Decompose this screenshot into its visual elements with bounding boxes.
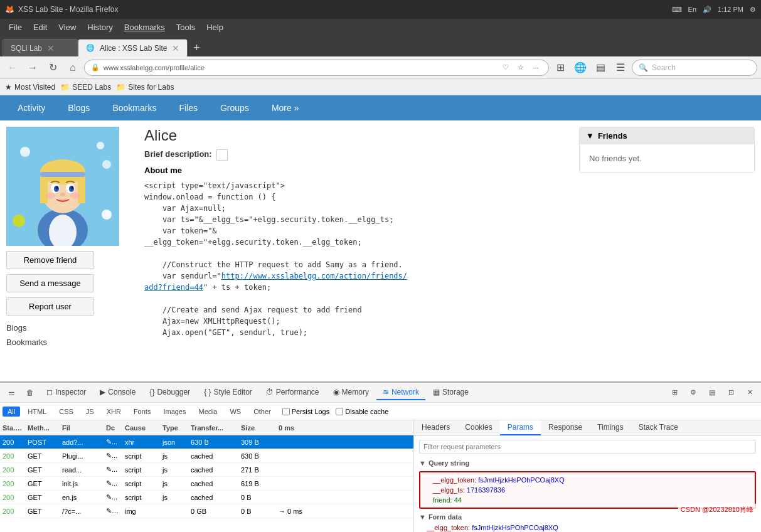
bookmark-seed-labs[interactable]: 📁 SEED Labs xyxy=(60,83,111,92)
home-button[interactable]: ⌂ xyxy=(64,59,82,77)
inspector-label: Inspector xyxy=(55,388,86,396)
panel-tab-response[interactable]: Response xyxy=(541,420,590,435)
menu-history[interactable]: History xyxy=(82,21,117,33)
panel-tab-timings[interactable]: Timings xyxy=(590,420,631,435)
disable-cache-input[interactable] xyxy=(336,408,343,415)
menu-button[interactable]: ☰ xyxy=(612,59,629,77)
bookmark-sites-for-labs[interactable]: 📁 Sites for Labs xyxy=(116,83,174,92)
url-bar[interactable]: 🔒 www.xsslabelgg.com/profile/alice ♡ ☆ ·… xyxy=(84,60,549,76)
devtools-responsive[interactable]: ⊞ xyxy=(666,384,683,402)
window-title: XSS Lab Site - Mozilla Firefox xyxy=(18,5,118,14)
panel-tab-cookies[interactable]: Cookies xyxy=(457,420,499,435)
devtools-expand[interactable]: ⊡ xyxy=(722,384,740,402)
menu-file[interactable]: File xyxy=(4,21,27,33)
filter-fonts[interactable]: Fonts xyxy=(129,407,156,417)
devtools-toggle[interactable]: ⚌ xyxy=(3,384,20,402)
row4-dc: ✎... xyxy=(104,479,122,487)
bookmark-url-icon[interactable]: ♡ xyxy=(499,61,512,74)
tab-sqli[interactable]: SQLi Lab ✕ xyxy=(3,39,78,56)
menu-view[interactable]: View xyxy=(53,21,81,33)
filter-html[interactable]: HTML xyxy=(23,407,51,417)
form-key-1: __elgg_token xyxy=(427,524,468,531)
sitenav-more[interactable]: More » xyxy=(267,103,304,113)
devtools-tab-performance[interactable]: ⏱ Performance xyxy=(260,385,326,400)
friends-header: ▼ Friends xyxy=(580,127,754,144)
tab-xss-close[interactable]: ✕ xyxy=(172,43,179,53)
new-tab-button[interactable]: + xyxy=(188,39,205,56)
report-user-button[interactable]: Report user xyxy=(6,297,94,316)
row3-transfer: cached xyxy=(188,466,238,474)
devtools-tab-storage[interactable]: ▦ Storage xyxy=(427,385,475,400)
network-row-1[interactable]: 200 POST add?... ✎... xhr json 630 B 309… xyxy=(0,435,413,449)
disable-cache-checkbox[interactable]: Disable cache xyxy=(336,408,388,415)
send-message-button[interactable]: Send a message xyxy=(6,274,94,292)
edit-icon[interactable] xyxy=(216,149,228,161)
panel-tab-stack-trace[interactable]: Stack Trace xyxy=(631,420,686,435)
col-header-dc: Dc xyxy=(104,424,122,432)
menu-tools[interactable]: Tools xyxy=(171,21,200,33)
devtools-settings-btn[interactable]: ⚙ xyxy=(684,384,702,402)
shield-url-icon[interactable]: ☆ xyxy=(514,61,527,74)
row3-method: GET xyxy=(25,466,60,474)
filter-images[interactable]: Images xyxy=(158,407,191,417)
network-row-2[interactable]: 200 GET Plugi... ✎... script js cached 6… xyxy=(0,449,413,463)
friends-title: Friends xyxy=(598,131,627,141)
row3-size: 271 B xyxy=(238,466,276,474)
network-row-6[interactable]: 200 GET /?c=... ✎1... img 0 GB 0 B → 0 m… xyxy=(0,504,413,518)
sitenav-blogs[interactable]: Blogs xyxy=(63,103,95,113)
tab-sqli-close[interactable]: ✕ xyxy=(47,43,55,53)
devtools-tab-style-editor[interactable]: { } Style Editor xyxy=(198,385,258,400)
filter-all[interactable]: All xyxy=(3,407,20,417)
sendurl-link[interactable]: http://www.xsslabelgg.com/action/friends… xyxy=(221,272,407,280)
tab-xss[interactable]: 🌐 Alice : XSS Lab Site ✕ xyxy=(78,39,188,56)
profile-blogs-link[interactable]: Blogs xyxy=(6,323,132,332)
sitenav-files[interactable]: Files xyxy=(174,103,203,113)
filter-css[interactable]: CSS xyxy=(54,407,78,417)
devtools-tab-memory[interactable]: ◉ Memory xyxy=(327,385,375,400)
panel-tab-headers[interactable]: Headers xyxy=(414,420,457,435)
sitenav-activity[interactable]: Activity xyxy=(13,103,50,113)
filter-xhr[interactable]: XHR xyxy=(102,407,126,417)
devtools-tab-inspector[interactable]: ◻ Inspector xyxy=(40,385,92,400)
filter-js[interactable]: JS xyxy=(81,407,99,417)
menu-edit[interactable]: Edit xyxy=(28,21,52,33)
persist-logs-checkbox[interactable]: Persist Logs xyxy=(282,408,330,415)
friends-box: ▼ Friends No friends yet. xyxy=(579,127,755,173)
profile-bookmarks-link[interactable]: Bookmarks xyxy=(6,338,132,347)
back-button[interactable]: ← xyxy=(4,59,21,77)
extensions-button[interactable]: ⊞ xyxy=(551,59,569,77)
network-row-5[interactable]: 200 GET en.js ✎... script js cached 0 B xyxy=(0,491,413,504)
tab-xss-label: Alice : XSS Lab Site xyxy=(100,44,167,53)
devtools-clear[interactable]: 🗑 xyxy=(21,384,39,402)
filter-ws[interactable]: WS xyxy=(225,407,246,417)
persist-logs-input[interactable] xyxy=(282,408,290,415)
menu-help[interactable]: Help xyxy=(201,21,228,33)
reader-button[interactable]: ▤ xyxy=(592,59,609,77)
search-bar[interactable]: 🔍 Search xyxy=(632,60,757,76)
forward-button[interactable]: → xyxy=(24,59,41,77)
remove-friend-button[interactable]: Remove friend xyxy=(6,251,94,269)
reload-button[interactable]: ↻ xyxy=(44,59,61,77)
menu-bookmarks[interactable]: Bookmarks xyxy=(119,21,170,33)
sitenav-bookmarks[interactable]: Bookmarks xyxy=(107,103,161,113)
filter-request-params-input[interactable] xyxy=(419,440,756,454)
panel-tab-params[interactable]: Params xyxy=(500,420,541,435)
sendurl-link2[interactable]: add?friend=44 xyxy=(144,283,203,292)
row1-transfer: 630 B xyxy=(188,439,238,446)
disable-cache-label: Disable cache xyxy=(345,408,388,415)
network-row-4[interactable]: 200 GET init.js ✎... script js cached 61… xyxy=(0,477,413,491)
devtools-dock[interactable]: ▤ xyxy=(703,384,721,402)
filter-other[interactable]: Other xyxy=(248,407,276,417)
filter-media[interactable]: Media xyxy=(193,407,222,417)
devtools-tab-network[interactable]: ≋ Network xyxy=(376,385,425,400)
devtools-close[interactable]: ✕ xyxy=(741,384,758,402)
sitenav-groups[interactable]: Groups xyxy=(215,103,254,113)
more-url-icon[interactable]: ··· xyxy=(530,61,542,74)
network-row-3[interactable]: 200 GET read... ✎... script js cached 27… xyxy=(0,463,413,477)
form-data-header: ▼ Form data xyxy=(419,511,756,523)
devtools-tab-console[interactable]: ▶ Console xyxy=(93,385,142,400)
globe-button[interactable]: 🌐 xyxy=(572,59,589,77)
devtools-tab-debugger[interactable]: {} Debugger xyxy=(143,385,196,400)
devtools-body: Sta... ▼ Meth... Fil Dc Cause Type Trans… xyxy=(0,420,761,532)
bookmark-most-visited[interactable]: ★ Most Visited xyxy=(5,83,55,92)
